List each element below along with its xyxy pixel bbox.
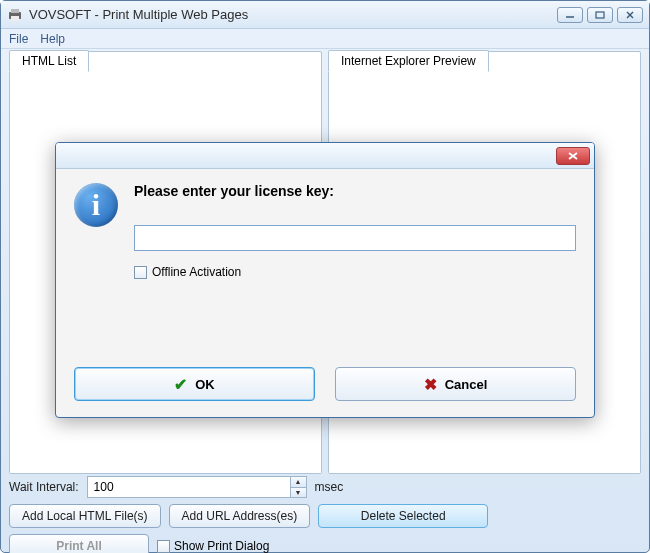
window-title: VOVSOFT - Print Multiple Web Pages <box>29 7 557 22</box>
wait-interval-unit: msec <box>315 480 344 494</box>
main-window: VOVSOFT - Print Multiple Web Pages File … <box>0 0 650 553</box>
menubar: File Help <box>1 29 649 49</box>
delete-selected-button[interactable]: Delete Selected <box>318 504 488 528</box>
add-url-button[interactable]: Add URL Address(es) <box>169 504 311 528</box>
wait-interval-spinner[interactable]: ▲ ▼ <box>87 476 307 498</box>
checkbox-icon <box>157 540 170 553</box>
menu-help[interactable]: Help <box>40 32 65 46</box>
svg-rect-1 <box>11 9 19 13</box>
check-icon: ✔ <box>174 375 187 394</box>
license-dialog: i Please enter your license key: Offline… <box>55 142 595 418</box>
bottom-controls: Wait Interval: ▲ ▼ msec Add Local HTML F… <box>9 476 641 546</box>
wait-interval-label: Wait Interval: <box>9 480 79 494</box>
titlebar: VOVSOFT - Print Multiple Web Pages <box>1 1 649 29</box>
maximize-button[interactable] <box>587 7 613 23</box>
dialog-titlebar <box>56 143 594 169</box>
offline-activation-label: Offline Activation <box>152 265 241 279</box>
cancel-label: Cancel <box>445 377 488 392</box>
ok-label: OK <box>195 377 215 392</box>
wait-interval-input[interactable] <box>88 480 290 494</box>
menu-file[interactable]: File <box>9 32 28 46</box>
window-controls <box>557 7 643 23</box>
svg-rect-4 <box>596 12 604 18</box>
spinner-down-icon[interactable]: ▼ <box>291 488 306 498</box>
spinner-up-icon[interactable]: ▲ <box>291 477 306 488</box>
print-all-button[interactable]: Print All <box>9 534 149 553</box>
show-print-dialog-label: Show Print Dialog <box>174 539 269 553</box>
app-icon <box>7 7 23 23</box>
cancel-button[interactable]: ✖ Cancel <box>335 367 576 401</box>
tab-html-list[interactable]: HTML List <box>9 50 89 72</box>
offline-activation-checkbox[interactable]: Offline Activation <box>134 265 576 279</box>
ok-button[interactable]: ✔ OK <box>74 367 315 401</box>
show-print-dialog-checkbox[interactable]: Show Print Dialog <box>157 539 269 553</box>
minimize-button[interactable] <box>557 7 583 23</box>
x-icon: ✖ <box>424 375 437 394</box>
info-icon: i <box>74 183 118 227</box>
add-local-html-button[interactable]: Add Local HTML File(s) <box>9 504 161 528</box>
close-button[interactable] <box>617 7 643 23</box>
dialog-heading: Please enter your license key: <box>134 183 576 199</box>
checkbox-icon <box>134 266 147 279</box>
svg-rect-2 <box>11 16 19 21</box>
dialog-close-button[interactable] <box>556 147 590 165</box>
license-key-input[interactable] <box>134 225 576 251</box>
tab-ie-preview[interactable]: Internet Explorer Preview <box>328 50 489 72</box>
